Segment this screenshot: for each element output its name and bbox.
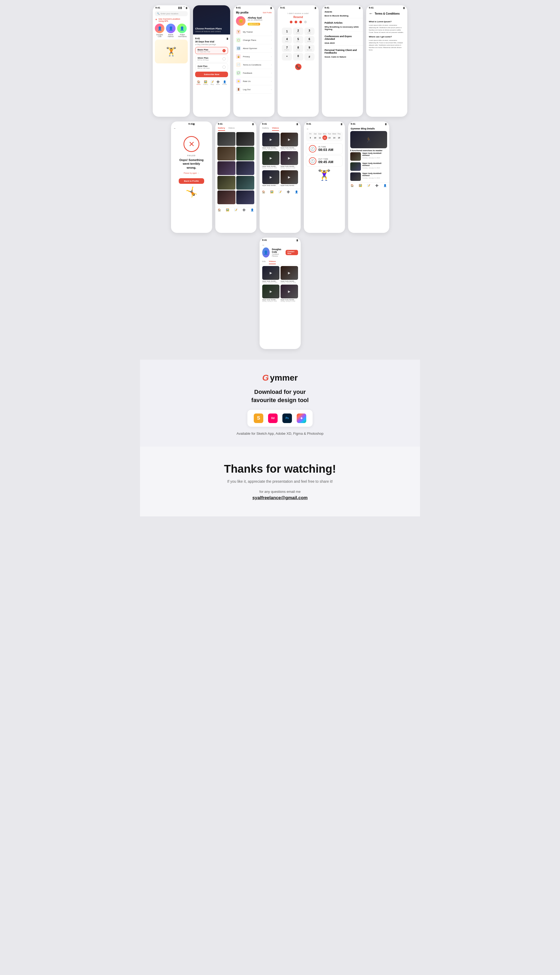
nav-home-blog[interactable]: 🏠 xyxy=(350,184,354,187)
nav-home[interactable]: 🏠Home xyxy=(197,80,201,85)
trainer-video-1[interactable] xyxy=(262,266,280,280)
trainer-video-2[interactable] xyxy=(280,266,298,280)
nav-profile-blog[interactable]: 👤 xyxy=(383,184,387,187)
nav-gallery-gv2[interactable]: 🖼️ xyxy=(270,190,273,193)
blog-hero-thumb[interactable]: 🏃 xyxy=(350,131,387,148)
numpad-resend[interactable]: Resend xyxy=(278,16,319,18)
menu-logout[interactable]: 🚪 Log Out › xyxy=(236,85,272,93)
use-current-location[interactable]: 📍 Use Current Location Using GPS xyxy=(155,18,188,22)
num-star[interactable]: * xyxy=(282,53,292,60)
gallery-thumb-9[interactable] xyxy=(217,190,235,204)
trainer-avatar-2[interactable]: 👤 xyxy=(166,23,175,33)
tab-gallery[interactable]: Gallery xyxy=(218,127,225,131)
nav-blog-gal[interactable]: 📝 xyxy=(234,208,237,212)
num-5[interactable]: 5JKL xyxy=(293,36,303,43)
nav-gallery[interactable]: 🖼️Gallery xyxy=(203,80,208,85)
subscribe-button[interactable]: Subscribe Now xyxy=(195,72,228,77)
tab-gallery-2[interactable]: Gallery xyxy=(262,127,269,131)
figma-icon: ✦ xyxy=(297,413,306,423)
screen-gallery: 9:41 ▓ Gallery Videos 🏠 🖼️ xyxy=(215,122,257,233)
num-3[interactable]: 3DEF xyxy=(304,28,315,35)
nav-gallery-gal[interactable]: 🖼️ xyxy=(226,208,229,212)
plan-silver-check xyxy=(222,57,226,60)
nav-home-gv2[interactable]: 🏠 xyxy=(262,190,265,193)
gallery-thumb-3[interactable] xyxy=(217,147,235,160)
num-4[interactable]: 4GHI xyxy=(282,36,292,43)
gallery-thumb-7[interactable] xyxy=(217,176,235,190)
video-thumb-6[interactable] xyxy=(280,170,298,184)
menu-about[interactable]: ℹ️ About Gymmer › xyxy=(236,44,272,53)
blog-row-2[interactable]: Upper body dumbbell workout Sunday, Janu… xyxy=(350,162,387,171)
battery-gv2: ▓ xyxy=(297,123,298,125)
back-to-profile-button[interactable]: Back to Profile xyxy=(179,178,204,184)
num-9[interactable]: 9WXYZ xyxy=(304,45,315,52)
num-8[interactable]: 8TUV xyxy=(293,45,303,52)
trainer-video-4[interactable] xyxy=(280,285,298,298)
video-thumb-3[interactable] xyxy=(262,151,280,165)
num-1[interactable]: 1 xyxy=(282,28,292,35)
video-thumb-2[interactable] xyxy=(280,133,298,147)
nav-blog-blog[interactable]: 📝 xyxy=(367,184,370,187)
nav-blog-gv2[interactable]: 📝 xyxy=(278,190,282,193)
nav-more[interactable]: ➕More xyxy=(216,80,220,85)
video-thumb-1[interactable] xyxy=(262,133,280,147)
tab-info[interactable]: Info xyxy=(262,260,266,264)
nav-more-gv2[interactable]: ➕ xyxy=(287,190,290,193)
status-bar-gallery: 9:41 ▓ xyxy=(215,122,257,126)
menu-privacy[interactable]: 🔒 Privacy › xyxy=(236,53,272,61)
menu-rate[interactable]: ⭐ Rate Us › xyxy=(236,77,272,85)
gallery-thumb-5[interactable] xyxy=(217,161,235,175)
status-bar-location: 9:41 ▌▌▌ ⌒ ▓ xyxy=(153,5,190,10)
nav-profile-gal[interactable]: 👤 xyxy=(250,208,254,212)
trainer-avatar-1[interactable]: 👤 xyxy=(155,23,164,33)
nav-profile-gv2[interactable]: 👤 xyxy=(295,190,298,193)
plan-silver[interactable]: Silver Plan $25 for 30 Days xyxy=(195,55,228,62)
blog-title: Gymmer Blog Details xyxy=(351,127,387,130)
video-thumb-5[interactable] xyxy=(262,170,280,184)
gallery-thumb-10[interactable] xyxy=(236,190,254,204)
menu-my-trainer[interactable]: 🏋️ My Trainer › xyxy=(236,28,272,36)
num-6[interactable]: 6MNO xyxy=(304,36,315,43)
num-0[interactable]: 0+ xyxy=(293,53,303,60)
contact-now-button[interactable]: Contact Now xyxy=(285,250,298,255)
plan-gold[interactable]: Gold Plan $99 for 180 Days xyxy=(195,63,228,70)
nav-profile[interactable]: 👤Profile xyxy=(222,80,227,85)
tab-videos-2[interactable]: Videos xyxy=(272,127,279,131)
nav-more-blog[interactable]: ➕ xyxy=(375,184,378,187)
num-7[interactable]: 7PQRS xyxy=(282,45,292,52)
trainer-back-btn[interactable]: ← xyxy=(262,243,298,247)
call-button[interactable]: 📞 xyxy=(295,64,302,70)
blog-row-1[interactable]: Upper body dumbbell workout Sunday, Janu… xyxy=(350,152,387,161)
status-time-attend: 9:41 xyxy=(307,123,311,125)
nav-more-gal[interactable]: ➕ xyxy=(242,208,245,212)
menu-change-plans[interactable]: 📋 Change Plans › xyxy=(236,36,272,44)
num-hash[interactable]: # xyxy=(304,53,315,60)
nav-blog[interactable]: 📝Blog xyxy=(210,80,214,85)
menu-feedback[interactable]: 💬 Feedback › xyxy=(236,69,272,77)
terms-back-icon[interactable]: ← xyxy=(369,11,373,16)
more-icon: ➕ xyxy=(216,80,220,83)
gallery-thumb-8[interactable] xyxy=(236,176,254,190)
trainer-video-3[interactable] xyxy=(262,285,280,298)
tab-videos-trainer[interactable]: Videos xyxy=(269,260,276,264)
location-search-bar[interactable]: 🔍 Enter your location xyxy=(155,11,188,16)
nav-gallery-blog[interactable]: 🖼️ xyxy=(359,184,362,187)
video-thumb-4[interactable] xyxy=(280,151,298,165)
trainer-avatar-3[interactable]: 👤 xyxy=(177,23,187,33)
menu-terms[interactable]: 📄 Terms & Conditions › xyxy=(236,61,272,69)
gallery-thumb-6[interactable] xyxy=(236,161,254,175)
edit-profile-button[interactable]: Edit Profile xyxy=(263,12,272,13)
nav-home-gal[interactable]: 🏠 xyxy=(218,208,221,212)
email-address[interactable]: syalfreelance@gmail.com xyxy=(145,495,415,500)
attend-back-btn[interactable]: ← xyxy=(304,126,345,132)
gallery-thumb-4[interactable] xyxy=(236,147,254,160)
plan-basic[interactable]: Basic Plan 07 Days free Trial ✓ xyxy=(195,47,228,54)
num-2[interactable]: 2ABC xyxy=(293,28,303,35)
error-back-btn[interactable]: ← xyxy=(171,126,179,131)
tab-videos[interactable]: Videos xyxy=(228,127,235,131)
profile-menu-list: 🏋️ My Trainer › 📋 Change Plans › ℹ️ Abou… xyxy=(233,28,275,93)
error-retry-link[interactable]: Please try again → xyxy=(183,172,199,174)
gallery-thumb-2[interactable] xyxy=(236,132,254,146)
blog-row-3[interactable]: Upper body dumbbell workout Sunday, Janu… xyxy=(350,172,387,181)
gallery-thumb-1[interactable] xyxy=(217,132,235,146)
